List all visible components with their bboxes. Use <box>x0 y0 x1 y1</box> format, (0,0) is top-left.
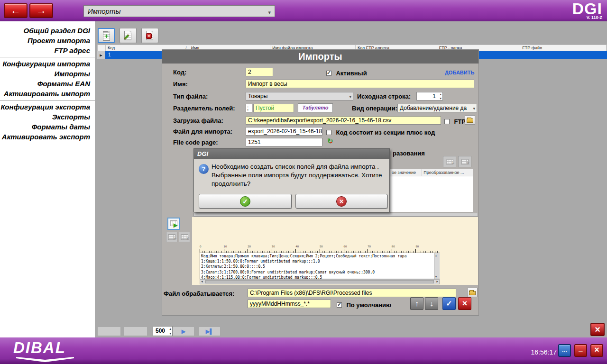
code-input[interactable]: 2 <box>246 68 273 76</box>
default-checkbox[interactable] <box>337 302 342 308</box>
sidebar-item[interactable]: FTP адрес <box>0 46 95 55</box>
start-line-spinner[interactable]: 1 ▴▾ <box>416 92 443 100</box>
move-down-button[interactable]: ↓ <box>425 297 438 310</box>
chevron-down-icon: ▾ <box>473 105 475 112</box>
sidebar-item[interactable]: Экспорты <box>0 112 95 122</box>
section-dropdown-value: Импорты <box>88 7 121 15</box>
page-size-spinner[interactable]: 500 ▴▾ <box>153 326 173 336</box>
transform-delete-button[interactable]: × <box>458 156 471 167</box>
scroll-left-icon[interactable]: ◂ <box>201 280 203 283</box>
section-code-checkbox-wrap: Код состоит из секции плюс код <box>326 128 435 136</box>
document-edit-icon <box>124 31 131 40</box>
close-app-button[interactable]: × <box>590 344 603 357</box>
file-type-dropdown[interactable]: Товары▾ <box>246 92 353 100</box>
scroll-down-icon[interactable]: ▾ <box>435 275 437 278</box>
sidebar-item[interactable]: Форматы даты <box>0 122 95 132</box>
preview-delete-button[interactable]: × <box>179 232 190 242</box>
sidebar-item[interactable]: Проект импорта <box>0 36 95 46</box>
sidebar-item[interactable]: Общий раздел DGI <box>0 26 95 36</box>
sidebar-item[interactable]: Активировать экспорт <box>0 132 95 142</box>
delete-record-button[interactable]: × <box>141 28 158 43</box>
spinner-arrows-icon[interactable]: ▴▾ <box>440 92 441 100</box>
transform-col1-header[interactable]: ое значение <box>390 169 422 176</box>
dialog-cancel-button[interactable]: × <box>295 194 387 209</box>
dialog-title[interactable]: DGI <box>194 149 389 159</box>
file-type-label: Тип файла: <box>173 93 208 100</box>
sidebar-divider <box>0 100 95 100</box>
default-label: По умолчанию <box>346 301 391 309</box>
section-dropdown[interactable]: Импорты ▾ <box>83 5 275 17</box>
separator-input[interactable]: ; <box>246 104 252 112</box>
sidebar-item[interactable]: Форматы EAN <box>0 79 95 89</box>
column-header[interactable]: FTP файл <box>520 45 607 51</box>
dialog-ok-button[interactable]: ✓ <box>199 194 292 209</box>
import-file-input[interactable]: export_2026-02-16_15-46-18. <box>246 127 322 136</box>
tabulator-button[interactable]: Табулято <box>298 103 333 112</box>
file-preview-textbox[interactable]: Код;Имя товара;Прямая клавиша;Тип;Цена;С… <box>200 253 440 279</box>
separator-name-input[interactable]: Пустой <box>253 104 294 112</box>
transform-col2-header[interactable]: Преобразованное ... <box>422 169 473 176</box>
document-delete-icon: × <box>146 31 153 40</box>
confirm-button[interactable]: ✓ <box>442 297 456 310</box>
mask-input[interactable]: yyyyMMddHHmmss_*.* <box>248 300 331 308</box>
scrollbar-thumb[interactable] <box>205 280 434 283</box>
active-checkbox[interactable] <box>326 71 331 76</box>
transform-add-button[interactable]: + <box>443 156 456 167</box>
pager-prev-button[interactable] <box>124 327 147 336</box>
spinner-arrows-icon[interactable]: ▴▾ <box>169 327 171 336</box>
name-input[interactable]: Импорт в весы <box>246 80 474 88</box>
sidebar-menu: Общий раздел DGIПроект импортаFTP адресК… <box>0 21 95 337</box>
refresh-icon[interactable]: ↻ <box>327 137 333 146</box>
back-button[interactable]: ← <box>4 3 28 18</box>
move-up-button[interactable]: ↑ <box>410 297 423 310</box>
add-link[interactable]: ДОБАВИТЬ <box>445 70 474 75</box>
pager-next-button[interactable]: ▶ <box>173 327 194 336</box>
ruler-label: 80 <box>392 245 395 248</box>
preview-add-button[interactable]: + <box>166 232 177 242</box>
code-page-input[interactable]: 1251 <box>246 138 322 146</box>
sidebar-item[interactable]: Активировать импорт <box>0 89 95 99</box>
scroll-up-icon[interactable]: ▴ <box>435 254 437 257</box>
processed-path-input[interactable]: C:\Program Files (x86)\DFS\RGI\Processed… <box>248 289 456 297</box>
close-section-button[interactable]: × <box>590 323 605 336</box>
forward-button[interactable]: → <box>29 3 53 18</box>
processed-label: Файл обрабатывается: <box>164 290 235 297</box>
preview-vertical-scrollbar[interactable]: ▴ ▾ <box>434 253 440 279</box>
clock: 16:56:17 <box>531 348 557 356</box>
load-file-input[interactable]: C:\rkeeper\dibal\export\export_2026-02-1… <box>246 116 441 125</box>
run-preview-button[interactable]: ▶ <box>167 218 180 230</box>
browse-load-file-button[interactable] <box>465 115 475 125</box>
browse-processed-button[interactable] <box>467 288 478 297</box>
sidebar-item[interactable]: Конфигурация экспорта <box>0 102 95 112</box>
scroll-right-icon[interactable]: ▸ <box>436 280 438 283</box>
minimize-button[interactable]: _ <box>574 344 587 357</box>
start-line-label: Исходная строка: <box>357 93 411 100</box>
section-code-checkbox[interactable] <box>326 130 331 135</box>
transform-panel-header: разования <box>393 150 425 157</box>
pager-last-button[interactable]: ▶▌ <box>199 327 221 336</box>
up-arrow-icon: ↑ <box>415 300 419 308</box>
preview-horizontal-scrollbar[interactable]: ◂ ▸ <box>200 279 440 284</box>
pager-first-button[interactable] <box>97 327 121 336</box>
skip-end-icon: ▶▌ <box>206 328 213 334</box>
separator-label: Разделитель полей: <box>173 105 235 112</box>
row-code-cell: 1 <box>108 52 111 57</box>
operation-dropdown[interactable]: Добавление/удаление да▾ <box>397 104 477 112</box>
more-button[interactable]: ... <box>558 344 571 357</box>
dgi-logo: DGI V. 110-Z <box>572 1 602 20</box>
sidebar-item[interactable]: Конфигурация импорта <box>0 59 95 69</box>
ftp-checkbox[interactable] <box>444 119 450 124</box>
preview-line: 2;Котлеты;2;1;50,00;0;;;;0,5 <box>201 264 432 269</box>
sidebar-divider <box>0 57 95 57</box>
close-icon: × <box>595 324 600 335</box>
ruler-label: 60 <box>344 245 347 248</box>
app-window: ← → Импорты ▾ DGI V. 110-Z Общий раздел … <box>0 0 607 364</box>
close-icon: × <box>462 299 468 308</box>
code-page-label: File code page: <box>173 139 218 146</box>
add-record-button[interactable]: + <box>98 28 115 43</box>
ruler-label: 90 <box>415 245 419 248</box>
sidebar-item[interactable]: Импорты <box>0 69 95 79</box>
edit-record-button[interactable] <box>120 28 137 43</box>
column-ruler[interactable]: 0102030405060708090 <box>200 245 440 253</box>
cancel-form-button[interactable]: × <box>458 297 471 310</box>
